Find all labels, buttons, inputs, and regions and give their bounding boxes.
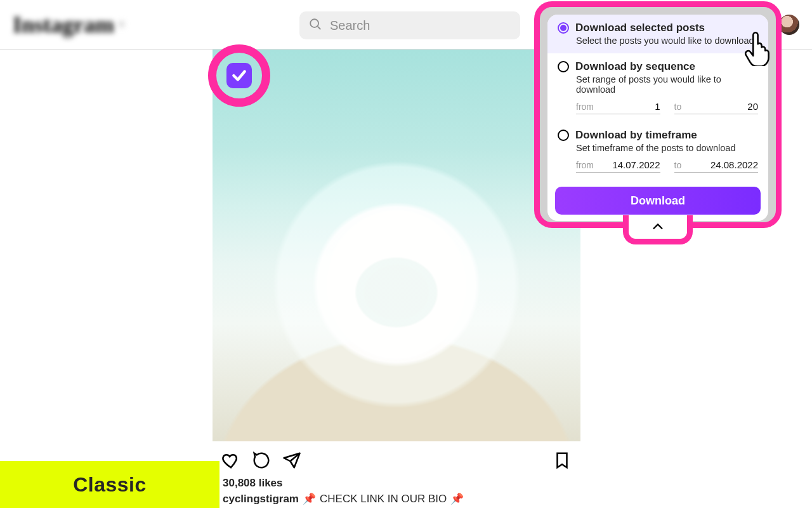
caption-text: CHECK LINK IN OUR BIO bbox=[320, 493, 447, 505]
option-sequence-subtitle: Set range of posts you would like to dow… bbox=[576, 74, 758, 95]
radio-sequence-icon[interactable] bbox=[558, 61, 569, 72]
caption-emoji: 📌 bbox=[303, 492, 316, 505]
radio-timeframe-icon[interactable] bbox=[558, 130, 569, 141]
comment-icon[interactable] bbox=[252, 451, 271, 470]
post-select-checkbox[interactable] bbox=[226, 63, 252, 88]
option-download-sequence[interactable]: Download by sequence Set range of posts … bbox=[547, 53, 768, 122]
radio-selected-icon[interactable] bbox=[558, 22, 569, 34]
option-selected-subtitle: Select the posts you would like to downl… bbox=[576, 36, 758, 46]
caption-emoji-2: 📌 bbox=[450, 492, 464, 505]
bookmark-icon[interactable] bbox=[553, 451, 572, 470]
logo-text: Instagram bbox=[13, 11, 114, 38]
cursor-pointer-icon bbox=[742, 30, 771, 66]
feed-post: 30,808 likes cyclingstigram 📌 CHECK LINK… bbox=[213, 50, 580, 505]
sequence-to-input[interactable]: to 20 bbox=[674, 101, 759, 114]
from-label: from bbox=[576, 102, 594, 112]
caption-username[interactable]: cyclingstigram bbox=[223, 493, 299, 505]
from-label: from bbox=[576, 160, 594, 170]
selection-highlight bbox=[208, 44, 270, 107]
share-icon[interactable] bbox=[282, 451, 301, 470]
like-icon[interactable] bbox=[221, 451, 240, 470]
post-action-bar bbox=[213, 441, 580, 473]
sequence-to-value: 20 bbox=[747, 101, 758, 112]
chevron-down-icon: ▾ bbox=[119, 19, 124, 30]
search-icon bbox=[308, 17, 322, 34]
timeframe-from-input[interactable]: from 14.07.2022 bbox=[576, 159, 660, 173]
post-image[interactable] bbox=[213, 50, 580, 441]
svg-point-0 bbox=[310, 19, 318, 27]
post-caption: cyclingstigram 📌 CHECK LINK IN OUR BIO 📌 bbox=[213, 490, 580, 505]
search-input[interactable]: Search bbox=[299, 11, 520, 39]
to-label: to bbox=[674, 102, 682, 112]
option-sequence-title: Download by sequence bbox=[575, 60, 695, 73]
search-placeholder: Search bbox=[330, 18, 370, 33]
option-download-selected[interactable]: Download selected posts Select the posts… bbox=[547, 15, 768, 53]
option-download-timeframe[interactable]: Download by timeframe Set timeframe of t… bbox=[547, 122, 768, 180]
logo[interactable]: Instagram ▾ bbox=[13, 11, 124, 38]
classic-badge: Classic bbox=[0, 461, 219, 508]
timeframe-to-input[interactable]: to 24.08.2022 bbox=[674, 159, 759, 173]
timeframe-to-value: 24.08.2022 bbox=[710, 159, 758, 170]
option-selected-title: Download selected posts bbox=[575, 22, 705, 34]
timeframe-from-value: 14.07.2022 bbox=[612, 159, 660, 170]
sequence-from-input[interactable]: from 1 bbox=[576, 101, 660, 114]
avatar[interactable] bbox=[779, 15, 799, 35]
download-button-label: Download bbox=[631, 194, 685, 208]
downloader-panel-highlight: Download selected posts Select the posts… bbox=[534, 1, 782, 228]
chevron-up-icon bbox=[629, 215, 687, 239]
classic-label: Classic bbox=[73, 473, 147, 497]
to-label: to bbox=[674, 160, 682, 170]
sequence-from-value: 1 bbox=[655, 101, 660, 112]
svg-line-1 bbox=[318, 27, 321, 30]
download-button[interactable]: Download bbox=[555, 187, 761, 215]
option-timeframe-subtitle: Set timeframe of the posts to download bbox=[576, 143, 758, 153]
option-timeframe-title: Download by timeframe bbox=[575, 129, 697, 142]
likes-count[interactable]: 30,808 likes bbox=[213, 473, 580, 490]
